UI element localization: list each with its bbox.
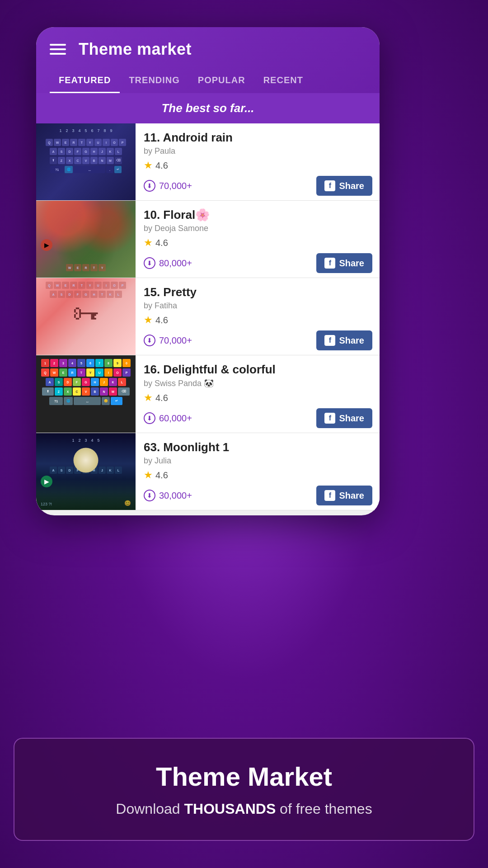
share-button[interactable]: f Share [316,176,372,196]
promo-text-before: Download [116,801,184,817]
theme-thumbnail: 1 2 3 4 5 6 7 8 9 0 Q [36,355,136,433]
promo-title: Theme Market [33,761,455,792]
theme-info: 16. Delightful & colorful by Swiss Panda… [136,355,380,433]
star-icon: ★ [144,392,153,404]
download-icon: ⬇ [144,335,155,346]
theme-rating: ★ 4.6 [144,160,372,171]
theme-author: by Fatiha [144,301,372,311]
star-icon: ★ [144,314,153,326]
theme-rating: ★ 4.6 [144,392,372,404]
tab-popular[interactable]: POPULAR [189,70,254,93]
theme-thumbnail: 123456789 QWERTYUIOP ASDFGHJKL ⬆ ZX [36,123,136,200]
rating-value: 4.6 [155,470,168,481]
theme-actions: ⬇ 80,000+ f Share [144,253,372,273]
facebook-icon: f [324,490,335,501]
rating-value: 4.6 [155,393,168,403]
theme-author: by Julia [144,456,372,466]
star-icon: ★ [144,469,153,481]
facebook-icon: f [324,413,335,424]
promo-text-after: of free themes [276,801,372,817]
theme-rating: ★ 4.6 [144,314,372,326]
theme-author: by Paula [144,146,372,156]
theme-name: 11. Android rain [144,131,372,145]
theme-thumbnail: W E R T Y ▶ [36,201,136,278]
theme-item[interactable]: W E R T Y ▶ 10. Floral🌸 by Deoja Samone [36,201,380,278]
share-button[interactable]: f Share [316,253,372,273]
theme-actions: ⬇ 30,000+ f Share [144,486,372,505]
download-count: ⬇ 60,000+ [144,412,192,424]
header-top: Theme market [50,40,366,59]
theme-name: 15. Pretty [144,285,372,299]
theme-item[interactable]: 123456789 QWERTYUIOP ASDFGHJKL ⬆ ZX [36,123,380,201]
theme-actions: ⬇ 70,000+ f Share [144,330,372,350]
moon-circle [74,448,99,472]
theme-item[interactable]: 🗝 QWERTYUIOP ASDFGHTKL [36,278,380,355]
download-count: ⬇ 70,000+ [144,335,192,346]
theme-author: by Deoja Samone [144,224,372,233]
share-button[interactable]: f Share [316,408,372,428]
thumb-floral: W E R T Y ▶ [36,201,136,278]
download-icon: ⬇ [144,490,155,501]
share-button[interactable]: f Share [316,486,372,505]
download-icon: ⬇ [144,180,155,192]
bottom-promo: Theme Market Download THOUSANDS of free … [14,738,474,841]
phone-frame: Theme market FEATURED TRENDING POPULAR R… [36,27,380,515]
section-header: The best so far... [36,93,380,123]
content-area: 123456789 QWERTYUIOP ASDFGHJKL ⬆ ZX [36,123,380,510]
rating-value: 4.6 [155,238,168,248]
thumb-moonlight: 12345 A S D F G H J K [36,433,136,510]
thumb-android-rain: 123456789 QWERTYUIOP ASDFGHJKL ⬆ ZX [36,123,136,200]
theme-actions: ⬇ 70,000+ f Share [144,176,372,196]
theme-author: by Swiss Panda 🐼 [144,378,372,388]
tab-bar: FEATURED TRENDING POPULAR RECENT [50,70,366,93]
theme-item[interactable]: 12345 A S D F G H J K [36,433,380,510]
thumb-pretty: 🗝 QWERTYUIOP ASDFGHTKL [36,278,136,355]
download-number: 70,000+ [159,181,192,191]
section-header-text: The best so far... [161,101,254,115]
menu-icon[interactable] [50,44,66,55]
theme-name: 63. Moonlight 1 [144,440,372,454]
app-header: Theme market FEATURED TRENDING POPULAR R… [36,27,380,93]
promo-subtitle: Download THOUSANDS of free themes [33,801,455,817]
download-number: 80,000+ [159,258,192,269]
theme-thumbnail: 🗝 QWERTYUIOP ASDFGHTKL [36,278,136,355]
theme-rating: ★ 4.6 [144,237,372,249]
download-number: 70,000+ [159,335,192,346]
star-icon: ★ [144,160,153,171]
pretty-cross: 🗝 [72,298,99,329]
download-count: ⬇ 70,000+ [144,180,192,192]
theme-item[interactable]: 1 2 3 4 5 6 7 8 9 0 Q [36,355,380,433]
download-count: ⬇ 80,000+ [144,257,192,269]
theme-rating: ★ 4.6 [144,469,372,481]
theme-info: 11. Android rain by Paula ★ 4.6 ⬇ 70,000… [136,123,380,200]
rating-value: 4.6 [155,160,168,171]
facebook-icon: f [324,258,335,269]
download-number: 60,000+ [159,413,192,424]
tab-featured[interactable]: FEATURED [50,70,120,93]
star-icon: ★ [144,237,153,249]
theme-actions: ⬇ 60,000+ f Share [144,408,372,428]
download-count: ⬇ 30,000+ [144,490,192,501]
theme-info: 10. Floral🌸 by Deoja Samone ★ 4.6 ⬇ 80,0… [136,201,380,278]
thumb-colorful: 1 2 3 4 5 6 7 8 9 0 Q [36,355,136,433]
theme-info: 63. Moonlight 1 by Julia ★ 4.6 ⬇ 30,000+… [136,433,380,510]
download-icon: ⬇ [144,257,155,269]
tab-trending[interactable]: TRENDING [120,70,188,93]
tab-recent[interactable]: RECENT [254,70,312,93]
share-button[interactable]: f Share [316,330,372,350]
promo-text-highlight: THOUSANDS [184,801,276,817]
theme-name: 16. Delightful & colorful [144,363,372,377]
theme-info: 15. Pretty by Fatiha ★ 4.6 ⬇ 70,000+ f S… [136,278,380,355]
theme-name: 10. Floral🌸 [144,208,372,222]
rating-value: 4.6 [155,315,168,326]
app-title: Theme market [79,40,192,59]
facebook-icon: f [324,335,335,346]
download-icon: ⬇ [144,412,155,424]
download-number: 30,000+ [159,491,192,501]
facebook-icon: f [324,180,335,191]
theme-thumbnail: 12345 A S D F G H J K [36,433,136,510]
